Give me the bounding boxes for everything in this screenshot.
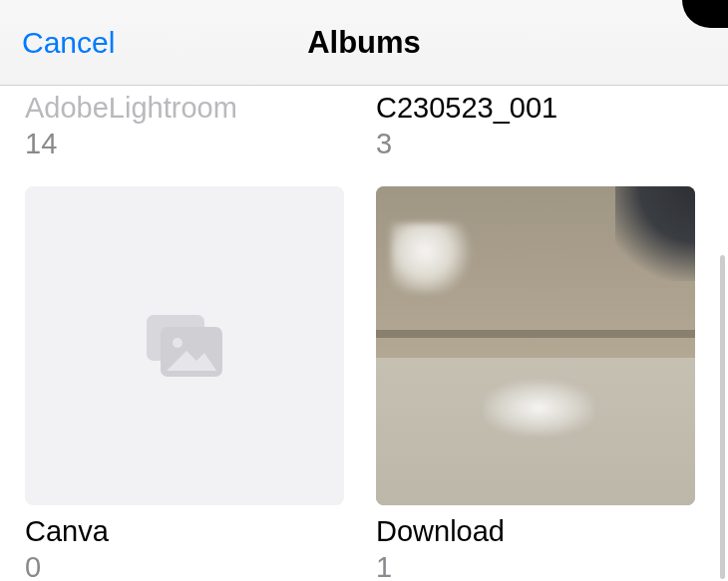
album-canva[interactable]: Canva 0 <box>25 186 344 582</box>
page-title: Albums <box>307 25 421 61</box>
cancel-button[interactable]: Cancel <box>22 26 115 60</box>
navigation-bar: Cancel Albums <box>0 0 728 86</box>
album-labels: Download 1 <box>376 513 695 582</box>
svg-point-2 <box>173 338 182 348</box>
device-corner <box>682 0 728 28</box>
partial-visible-row: AdobeLightroom 14 C230523_001 3 <box>25 86 703 162</box>
album-name: AdobeLightroom <box>25 90 344 126</box>
album-count: 0 <box>25 549 344 581</box>
album-name: Canva <box>25 513 344 549</box>
album-cell-partial[interactable]: AdobeLightroom 14 <box>25 90 344 162</box>
album-name: Download <box>376 513 695 549</box>
album-count: 14 <box>25 126 344 161</box>
album-cell-partial[interactable]: C230523_001 3 <box>376 90 695 162</box>
scroll-indicator[interactable] <box>720 255 725 579</box>
album-count: 1 <box>376 549 695 581</box>
albums-content: AdobeLightroom 14 C230523_001 3 C <box>0 86 728 581</box>
album-thumbnail-empty <box>25 186 344 505</box>
albums-row: Canva 0 Download 1 <box>25 186 703 582</box>
album-download[interactable]: Download 1 <box>376 186 695 582</box>
photos-placeholder-icon <box>145 313 224 379</box>
album-count: 3 <box>376 126 695 161</box>
album-thumbnail <box>376 186 695 505</box>
album-labels: Canva 0 <box>25 513 344 582</box>
album-name: C230523_001 <box>376 90 695 126</box>
